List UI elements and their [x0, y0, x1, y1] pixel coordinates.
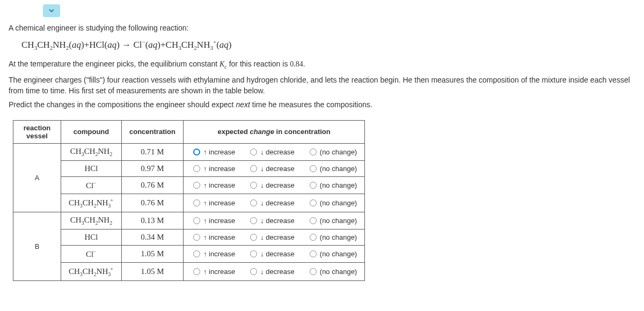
intro2-pre: At the temperature the engineer picks, t… [9, 60, 219, 68]
radio-label: ↑ increase [203, 181, 235, 189]
table-row: CH3CH2NH3+0.76 M↑ increase↓ decrease(no … [13, 194, 365, 212]
radio-label: ↓ decrease [260, 148, 295, 156]
radio-label: (no change) [320, 217, 357, 225]
concentration-cell: 1.05 M [122, 245, 184, 262]
vessel-label: B [13, 212, 61, 280]
radio-option-increase[interactable]: ↑ increase [193, 165, 235, 173]
radio-option-nochange[interactable]: (no change) [310, 199, 357, 207]
radio-label: ↓ decrease [260, 268, 295, 276]
radio-option-decrease[interactable]: ↓ decrease [250, 148, 295, 156]
table-row: BCH3CH2NH20.13 M↑ increase↓ decrease(no … [13, 212, 365, 229]
reaction-equation: CH3CH2NH2(aq)+HCl(aq) → Cl−(aq)+CH3CH2NH… [21, 39, 635, 51]
change-options-cell: ↑ increase↓ decrease(no change) [183, 229, 364, 245]
para-fills: The engineer charges ("fills") four reac… [9, 75, 635, 97]
radio-label: ↓ decrease [260, 199, 295, 207]
compound-cell: CH3CH2NH3+ [61, 262, 122, 280]
radio-icon [310, 182, 317, 189]
radio-icon [193, 149, 200, 156]
radio-option-nochange[interactable]: (no change) [310, 250, 357, 258]
radio-icon [250, 250, 257, 257]
radio-label: ↑ increase [203, 268, 235, 276]
radio-option-increase[interactable]: ↑ increase [193, 181, 235, 189]
compound-cell: HCl [61, 229, 122, 245]
radio-option-increase[interactable]: ↑ increase [193, 250, 235, 258]
radio-icon [310, 268, 317, 275]
radio-icon [250, 268, 257, 275]
table-row: Cl−0.76 M↑ increase↓ decrease(no change) [13, 176, 365, 194]
table-row: ACH3CH2NH20.71 M↑ increase↓ decrease(no … [13, 143, 365, 160]
radio-label: ↑ increase [203, 233, 235, 241]
collapse-toggle[interactable] [43, 4, 60, 17]
radio-icon [250, 149, 257, 156]
radio-option-increase[interactable]: ↑ increase [193, 233, 235, 241]
radio-label: (no change) [320, 250, 357, 258]
radio-option-nochange[interactable]: (no change) [310, 148, 357, 156]
radio-option-increase[interactable]: ↑ increase [193, 217, 235, 225]
concentration-cell: 0.76 M [122, 176, 184, 194]
radio-label: ↓ decrease [260, 181, 295, 189]
table-row: CH3CH2NH3+1.05 M↑ increase↓ decrease(no … [13, 262, 365, 280]
radio-option-nochange[interactable]: (no change) [310, 233, 357, 241]
radio-icon [250, 182, 257, 189]
radio-icon [250, 234, 257, 241]
radio-icon [193, 199, 200, 206]
radio-option-decrease[interactable]: ↓ decrease [250, 199, 295, 207]
change-options-cell: ↑ increase↓ decrease(no change) [183, 194, 364, 212]
intro2-post: for this reaction is [227, 60, 290, 68]
radio-label: ↓ decrease [260, 233, 295, 241]
radio-icon [193, 234, 200, 241]
concentration-cell: 0.71 M [122, 143, 184, 160]
radio-option-increase[interactable]: ↑ increase [193, 268, 235, 276]
change-options-cell: ↑ increase↓ decrease(no change) [183, 245, 364, 262]
radio-icon [193, 268, 200, 275]
radio-option-nochange[interactable]: (no change) [310, 165, 357, 173]
kc-value: 0.84 [290, 60, 303, 68]
table-row: HCl0.97 M↑ increase↓ decrease(no change) [13, 160, 365, 176]
radio-icon [250, 199, 257, 206]
radio-option-nochange[interactable]: (no change) [310, 268, 357, 276]
radio-option-decrease[interactable]: ↓ decrease [250, 233, 295, 241]
radio-icon [310, 149, 317, 156]
col-change: expected change in concentration [183, 120, 364, 143]
radio-option-decrease[interactable]: ↓ decrease [250, 250, 295, 258]
chevron-down-icon [48, 7, 55, 14]
table-row: Cl−1.05 M↑ increase↓ decrease(no change) [13, 245, 365, 262]
radio-option-nochange[interactable]: (no change) [310, 181, 357, 189]
radio-label: ↑ increase [203, 250, 235, 258]
radio-icon [193, 217, 200, 224]
radio-icon [250, 217, 257, 224]
radio-option-decrease[interactable]: ↓ decrease [250, 165, 295, 173]
radio-option-decrease[interactable]: ↓ decrease [250, 268, 295, 276]
col-vessel: reaction vessel [13, 120, 61, 143]
radio-icon [310, 165, 317, 172]
compound-cell: CH3CH2NH3+ [61, 194, 122, 212]
radio-label: ↓ decrease [260, 250, 295, 258]
radio-icon [193, 250, 200, 257]
change-options-cell: ↑ increase↓ decrease(no change) [183, 160, 364, 176]
para3-next: next [236, 100, 250, 109]
concentration-cell: 0.13 M [122, 212, 184, 229]
radio-icon [310, 234, 317, 241]
concentration-cell: 1.05 M [122, 262, 184, 280]
compound-cell: CH3CH2NH2 [61, 143, 122, 160]
radio-option-decrease[interactable]: ↓ decrease [250, 181, 295, 189]
change-options-cell: ↑ increase↓ decrease(no change) [183, 262, 364, 280]
radio-option-increase[interactable]: ↑ increase [193, 199, 235, 207]
radio-icon [193, 165, 200, 172]
radio-label: (no change) [320, 148, 357, 156]
radio-label: ↓ decrease [260, 165, 295, 173]
radio-option-increase[interactable]: ↑ increase [193, 148, 235, 156]
radio-option-decrease[interactable]: ↓ decrease [250, 217, 295, 225]
para3-post: time he measures the compositions. [250, 100, 372, 109]
radio-label: ↑ increase [203, 217, 235, 225]
measurements-table: reaction vessel compound concentration e… [13, 120, 365, 281]
concentration-cell: 0.34 M [122, 229, 184, 245]
change-options-cell: ↑ increase↓ decrease(no change) [183, 143, 364, 160]
col-concentration: concentration [122, 120, 184, 143]
table-row: HCl0.34 M↑ increase↓ decrease(no change) [13, 229, 365, 245]
kc-symbol: Kc [219, 60, 227, 68]
radio-label: (no change) [320, 233, 357, 241]
radio-icon [310, 199, 317, 206]
radio-option-nochange[interactable]: (no change) [310, 217, 357, 225]
radio-label: ↑ increase [203, 165, 235, 173]
